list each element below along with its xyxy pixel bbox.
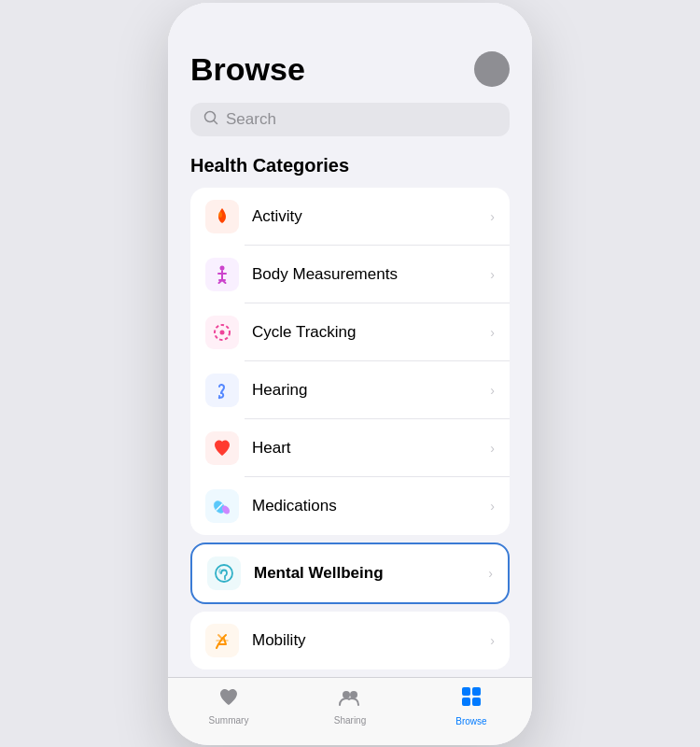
svg-rect-21 [462, 687, 470, 696]
medications-label: Medications [252, 497, 477, 515]
mobility-chevron: › [490, 633, 495, 648]
svg-rect-24 [472, 698, 481, 706]
svg-point-20 [350, 691, 357, 698]
phone-inner: Browse Search Health Categories [168, 3, 532, 745]
search-icon [203, 110, 218, 128]
tab-browse-label: Browse [455, 716, 486, 726]
activity-label: Activity [252, 207, 477, 226]
body-measurements-label: Body Measurements [252, 265, 477, 284]
activity-icon [205, 200, 239, 233]
mobility-card: Mobility › [190, 612, 510, 669]
tab-browse[interactable]: Browse [441, 685, 501, 726]
svg-point-17 [224, 578, 226, 580]
svg-point-2 [218, 212, 222, 218]
page-title: Browse [190, 51, 305, 88]
svg-point-3 [220, 265, 225, 270]
medications-icon [205, 489, 239, 523]
svg-point-19 [343, 691, 350, 698]
summary-icon [217, 686, 240, 712]
svg-point-12 [218, 396, 220, 398]
body-measurements-icon [205, 258, 239, 291]
mental-wellbeing-label: Mental Wellbeing [254, 564, 475, 583]
svg-line-1 [214, 120, 217, 124]
svg-rect-23 [462, 698, 470, 706]
list-item[interactable]: Medications › [190, 477, 510, 535]
tab-sharing[interactable]: Sharing [320, 686, 380, 726]
tab-summary-label: Summary [209, 715, 249, 726]
avatar[interactable] [474, 51, 510, 87]
search-placeholder: Search [226, 110, 276, 129]
hearing-label: Hearing [252, 381, 477, 400]
cycle-tracking-chevron: › [490, 325, 495, 340]
list-item[interactable]: Hearing › [190, 361, 510, 419]
medications-chevron: › [490, 499, 495, 514]
activity-chevron: › [490, 209, 495, 224]
tab-sharing-label: Sharing [334, 715, 366, 726]
section-title: Health Categories [190, 155, 510, 176]
heart-chevron: › [490, 441, 495, 456]
mobility-label: Mobility [252, 631, 477, 650]
list-item[interactable]: Body Measurements › [190, 246, 510, 303]
list-item-mental-wellbeing[interactable]: Mental Wellbeing › [192, 544, 508, 602]
list-item[interactable]: Cycle Tracking › [190, 303, 510, 361]
tab-summary[interactable]: Summary [199, 686, 259, 726]
mental-wellbeing-chevron: › [488, 566, 493, 581]
heart-label: Heart [252, 439, 477, 458]
phone-shell: Browse Search Health Categories [168, 3, 532, 745]
list-item[interactable]: Mobility › [190, 612, 510, 669]
svg-point-11 [220, 330, 225, 334]
body-measurements-chevron: › [490, 267, 495, 282]
sharing-icon [338, 686, 362, 712]
category-list: Activity › [190, 188, 510, 535]
mobility-icon [205, 624, 239, 657]
hearing-chevron: › [490, 383, 495, 398]
cycle-tracking-label: Cycle Tracking [252, 323, 477, 342]
hearing-icon [205, 374, 239, 407]
list-item[interactable]: Heart › [190, 419, 510, 477]
browse-icon [460, 685, 483, 713]
search-bar[interactable]: Search [190, 103, 510, 136]
list-item[interactable]: Activity › [190, 188, 510, 246]
svg-point-16 [216, 565, 232, 582]
mental-wellbeing-icon [207, 557, 241, 590]
svg-rect-22 [472, 687, 481, 696]
tab-bar: Summary Sharing [168, 677, 532, 745]
cycle-tracking-icon [205, 316, 239, 349]
content-area: Health Categories Activity › [168, 151, 532, 677]
heart-icon [205, 431, 239, 465]
header: Browse [168, 3, 532, 95]
